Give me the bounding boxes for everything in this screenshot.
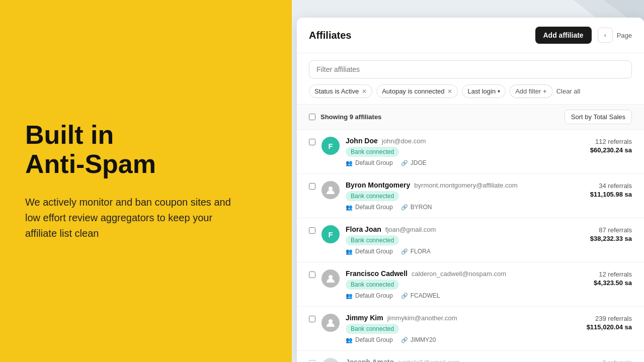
add-affiliate-button[interactable]: Add affiliate: [535, 27, 592, 44]
group-icon-3: 👥: [346, 293, 353, 299]
code-icon-1: 🔗: [401, 204, 408, 211]
affiliate-name-2: Flora Joan: [346, 225, 381, 233]
filter-chip-status-remove[interactable]: ✕: [362, 88, 367, 95]
bank-badge-4: Bank connected: [346, 324, 399, 334]
affiliate-stats-3: 12 referrals $4,323.50 sa: [594, 269, 632, 287]
affiliate-group-2: Default Group: [355, 248, 393, 255]
affiliate-name-5: Joseph Amato: [346, 358, 394, 362]
referrals-count-5: 9 referrals: [602, 359, 632, 362]
affiliate-info-3: Francisco Cadwell calderon_cadwell@nospa…: [346, 269, 588, 299]
prev-page-button[interactable]: ‹: [598, 28, 613, 43]
affiliate-group-0: Default Group: [355, 159, 393, 166]
row-checkbox-1[interactable]: [309, 183, 315, 190]
referrals-count-0: 112 referrals: [590, 138, 632, 145]
page-label: Page: [617, 32, 632, 39]
table-row: Jimmy Kim jimmykim@another.com Bank conn…: [297, 307, 644, 351]
clear-all-button[interactable]: Clear all: [556, 87, 581, 95]
bank-badge-1: Bank connected: [346, 191, 399, 201]
code-icon-0: 🔗: [401, 160, 408, 166]
table-row: F John Doe john@doe.com Bank connected 👥…: [297, 130, 644, 174]
code-icon-2: 🔗: [401, 248, 408, 255]
subtext: We actively monitor and ban coupon sites…: [25, 195, 242, 241]
row-checkbox-0[interactable]: [309, 139, 315, 145]
referrals-count-4: 239 referrals: [587, 315, 632, 322]
filter-chip-autopay[interactable]: Autopay is connected ✕: [376, 84, 458, 98]
table-row: Byron Montgomery byrmont.montgomery@affi…: [297, 174, 644, 218]
affiliate-stats-2: 87 referrals $38,232.33 sa: [590, 225, 632, 242]
affiliate-info-4: Jimmy Kim jimmykim@another.com Bank conn…: [346, 314, 581, 343]
row-checkbox-3[interactable]: [309, 272, 315, 278]
affiliate-code-0: JDOE: [411, 159, 427, 166]
affiliate-email-2: fjoan@gmail.com: [385, 226, 436, 233]
row-checkbox-5[interactable]: [309, 360, 315, 362]
total-sales-2: $38,232.33 sa: [590, 235, 632, 242]
filter-chip-lastlogin[interactable]: Last login ▾: [462, 84, 506, 98]
row-checkbox-2[interactable]: [309, 227, 315, 234]
header-right: Add affiliate ‹ Page: [535, 27, 632, 44]
affiliate-name-4: Jimmy Kim: [346, 314, 383, 322]
affiliate-email-4: jimmykim@another.com: [387, 314, 457, 322]
code-icon-3: 🔗: [401, 293, 408, 299]
group-icon-4: 👥: [346, 337, 353, 343]
affiliate-name-3: Francisco Cadwell: [346, 269, 408, 278]
affiliate-meta-1: 👥 Default Group 🔗 BYRON: [346, 204, 584, 211]
chevron-down-icon: ▾: [498, 88, 500, 94]
affiliate-group-1: Default Group: [355, 204, 393, 211]
avatar: [321, 358, 340, 362]
affiliate-code-1: BYRON: [411, 204, 432, 211]
total-sales-4: $115,020.04 sa: [587, 323, 632, 331]
card-header: Affiliates Add affiliate ‹ Page: [297, 18, 644, 53]
select-all-checkbox[interactable]: [309, 114, 315, 120]
affiliate-group-4: Default Group: [355, 336, 393, 343]
row-checkbox-4[interactable]: [309, 316, 315, 322]
affiliate-code-4: JIMMY20: [411, 336, 436, 343]
bank-badge-3: Bank connected: [346, 280, 399, 290]
avatar: F: [321, 225, 340, 243]
affiliate-email-3: calderon_cadwell@nospam.com: [412, 270, 506, 278]
affiliate-email-0: john@doe.com: [382, 137, 426, 145]
affiliate-code-2: FLORA: [411, 248, 431, 255]
bank-badge-0: Bank connected: [346, 147, 399, 157]
table-row: F Flora Joan fjoan@gmail.com Bank connec…: [297, 218, 644, 262]
svg-point-4: [329, 319, 333, 323]
affiliates-list: F John Doe john@doe.com Bank connected 👥…: [297, 130, 644, 362]
affiliate-meta-4: 👥 Default Group 🔗 JIMMY20: [346, 336, 581, 343]
referrals-count-1: 34 referrals: [590, 182, 632, 190]
table-header: Showing 9 affiliates Sort by Total Sales: [297, 104, 644, 130]
filter-bar: Status is Active ✕ Autopay is connected …: [297, 53, 644, 104]
affiliate-stats-5: 9 referrals: [602, 358, 632, 362]
code-icon-4: 🔗: [401, 337, 408, 343]
affiliate-info-5: Joseph Amato junitalis5@email.com: [346, 358, 596, 362]
group-icon-2: 👥: [346, 248, 353, 255]
affiliate-name-0: John Doe: [346, 137, 378, 145]
avatar: [321, 269, 340, 288]
svg-point-2: [329, 187, 333, 191]
filter-chips: Status is Active ✕ Autopay is connected …: [309, 84, 632, 104]
affiliate-code-3: FCADWEL: [411, 292, 440, 299]
table-row: Francisco Cadwell calderon_cadwell@nospa…: [297, 262, 644, 307]
card-title: Affiliates: [309, 30, 351, 41]
referrals-count-3: 12 referrals: [594, 270, 632, 278]
total-sales-0: $60,230.24 sa: [590, 146, 632, 154]
total-sales-1: $11,105.98 sa: [590, 191, 632, 198]
affiliate-stats-4: 239 referrals $115,020.04 sa: [587, 314, 632, 331]
filter-chip-autopay-label: Autopay is connected: [382, 87, 444, 95]
bank-badge-2: Bank connected: [346, 235, 399, 245]
affiliate-stats-0: 112 referrals $60,230.24 sa: [590, 137, 632, 154]
filter-chip-status[interactable]: Status is Active ✕: [309, 84, 372, 98]
avatar: [321, 181, 340, 199]
affiliate-name-1: Byron Montgomery: [346, 181, 410, 189]
affiliate-email-5: junitalis5@email.com: [398, 358, 460, 363]
affiliate-info-1: Byron Montgomery byrmont.montgomery@affi…: [346, 181, 584, 211]
add-filter-button[interactable]: Add filter +: [510, 84, 552, 98]
headline: Built inAnti-Spam: [25, 121, 267, 178]
filter-chip-autopay-remove[interactable]: ✕: [447, 88, 452, 95]
sort-button[interactable]: Sort by Total Sales: [565, 110, 632, 124]
search-input[interactable]: [309, 60, 632, 78]
affiliates-card: Affiliates Add affiliate ‹ Page Status i…: [297, 18, 644, 362]
affiliate-meta-0: 👥 Default Group 🔗 JDOE: [346, 159, 584, 166]
affiliate-meta-3: 👥 Default Group 🔗 FCADWEL: [346, 292, 588, 299]
affiliate-group-3: Default Group: [355, 292, 393, 299]
avatar: F: [321, 137, 340, 155]
affiliate-info-0: John Doe john@doe.com Bank connected 👥 D…: [346, 137, 584, 166]
